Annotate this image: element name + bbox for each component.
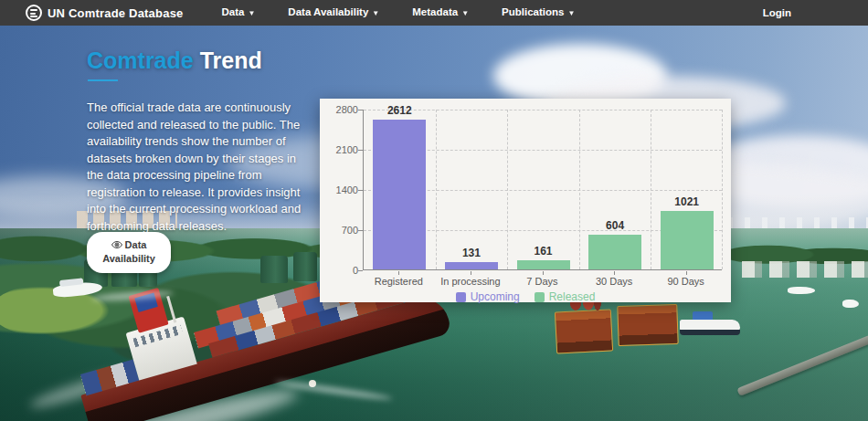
top-navbar: UN Comtrade Database Data▼ Data Availabi… [0,0,868,26]
gridline [722,110,723,269]
un-comtrade-logo-icon [26,5,42,21]
nav-item-data[interactable]: Data▼ [209,0,269,26]
legend-swatch [535,292,545,302]
y-tick-label: 2800 [322,104,358,115]
chevron-down-icon: ▼ [461,9,469,17]
gridline [436,110,437,269]
page-title-highlight: Comtrade [87,47,194,73]
y-tick-mark [358,110,363,111]
y-tick-mark [358,230,363,231]
nav-item-data-availability[interactable]: Data Availability▼ [275,0,392,26]
legend-label: Upcoming [471,290,520,303]
x-category-label: 90 Days [650,276,722,287]
bar-value-label: 1021 [651,195,723,208]
tugboat [680,320,740,340]
bar-value-label: 604 [579,219,651,232]
x-category-label: In processing [435,276,507,287]
chart-legend: UpcomingReleased [320,290,731,303]
y-tick-label: 1400 [322,184,358,195]
small-boat [788,287,815,294]
port-buildings [742,261,868,278]
tugboat-hull [680,330,740,335]
brand-logo-link[interactable]: UN Comtrade Database [26,5,184,21]
gridline [579,110,580,269]
nav-item-publications[interactable]: Publications▼ [489,0,587,26]
x-category-label: 30 Days [578,276,651,287]
y-tick-mark [358,150,363,151]
bar-value-label: 161 [507,245,579,258]
availability-trend-chart: 26121311616041021 0700140021002800Regist… [320,99,731,302]
page-title-rest: Trend [200,47,262,73]
chevron-down-icon: ▼ [248,9,255,17]
y-tick-mark [358,270,363,271]
x-tick-mark [614,271,615,275]
bar-value-label: 131 [436,247,508,259]
gridline [651,110,651,269]
legend-label: Released [549,290,596,303]
chevron-down-icon: ▼ [567,9,575,17]
y-tick-label: 700 [322,225,358,236]
chart-plot-area: 26121311616041021 [363,110,722,270]
eye-icon [111,240,122,249]
x-category-label: Registered [363,276,435,287]
bar-in-processing[interactable] [445,262,498,269]
page-title: Comtrade Trend [87,47,262,74]
bar-30-days[interactable] [588,235,641,269]
title-underline [88,79,118,81]
barge [617,304,678,346]
x-tick-mark [471,271,471,275]
y-tick-label: 2100 [322,144,358,155]
x-tick-mark [543,271,544,275]
bar-7-days[interactable] [517,260,570,269]
legend-swatch [456,292,466,302]
page: UN Comtrade Database Data▼ Data Availabi… [0,0,868,421]
y-tick-label: 0 [322,265,358,276]
nav-item-metadata[interactable]: Metadata▼ [399,0,482,26]
data-availability-button[interactable]: Data Availability [87,232,171,273]
hero-description: The official trade data are continuously… [87,100,310,235]
legend-item-upcoming: Upcoming [456,290,520,303]
bar-value-label: 2612 [364,104,436,117]
bar-90-days[interactable] [661,211,714,269]
chevron-down-icon: ▼ [372,9,379,17]
x-tick-mark [398,271,399,275]
legend-item-released: Released [535,290,596,303]
small-boat [842,300,859,308]
y-tick-mark [358,190,363,191]
x-tick-mark [686,271,687,275]
x-category-label: 7 Days [506,276,578,287]
brand-name: UN Comtrade Database [48,6,184,20]
login-link[interactable]: Login [763,7,791,18]
bar-registered[interactable] [373,120,426,269]
nav-menu: Data▼ Data Availability▼ Metadata▼ Publi… [209,0,588,26]
